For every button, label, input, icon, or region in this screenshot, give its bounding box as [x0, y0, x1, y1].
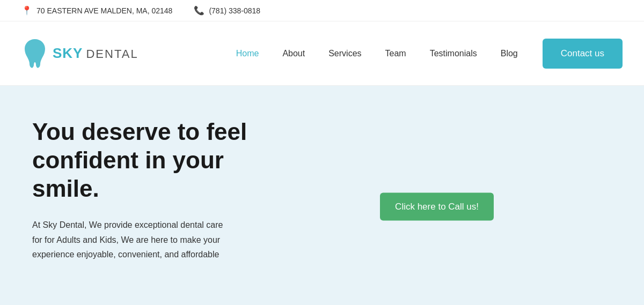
- nav-blog[interactable]: Blog: [491, 44, 528, 63]
- logo-text: SKY DENTAL: [53, 45, 138, 62]
- top-bar: 📍 70 EASTERN AVE MALDEN, MA, 02148 📞 (78…: [0, 0, 644, 21]
- nav-home[interactable]: Home: [226, 44, 269, 63]
- phone-text: (781) 338-0818: [209, 6, 260, 15]
- hero-description: At Sky Dental, We provide exceptional de…: [32, 218, 225, 262]
- logo-dental: DENTAL: [86, 47, 138, 61]
- hero-content: You deserve to feel confident in your sm…: [32, 118, 258, 262]
- nav-team[interactable]: Team: [376, 44, 416, 63]
- logo[interactable]: SKY DENTAL: [21, 38, 138, 69]
- nav-about[interactable]: About: [273, 44, 314, 63]
- nav: Home About Services Team Testimonials Bl…: [226, 39, 623, 69]
- nav-testimonials[interactable]: Testimonials: [420, 44, 487, 63]
- hero-title: You deserve to feel confident in your sm…: [32, 118, 258, 203]
- phone-icon: 📞: [194, 5, 204, 16]
- call-btn-container: Click here to Call us!: [380, 193, 494, 221]
- address-item: 📍 70 EASTERN AVE MALDEN, MA, 02148: [21, 5, 172, 16]
- location-icon: 📍: [21, 5, 32, 16]
- address-text: 70 EASTERN AVE MALDEN, MA, 02148: [36, 6, 172, 15]
- logo-sky: SKY: [53, 45, 83, 62]
- header: SKY DENTAL Home About Services Team Test…: [0, 21, 644, 86]
- logo-tooth-icon: [21, 38, 48, 69]
- call-us-button[interactable]: Click here to Call us!: [380, 193, 494, 221]
- phone-item: 📞 (781) 338-0818: [194, 5, 260, 16]
- nav-services[interactable]: Services: [319, 44, 371, 63]
- contact-us-button[interactable]: Contact us: [543, 39, 623, 69]
- hero-section: You deserve to feel confident in your sm…: [0, 86, 644, 305]
